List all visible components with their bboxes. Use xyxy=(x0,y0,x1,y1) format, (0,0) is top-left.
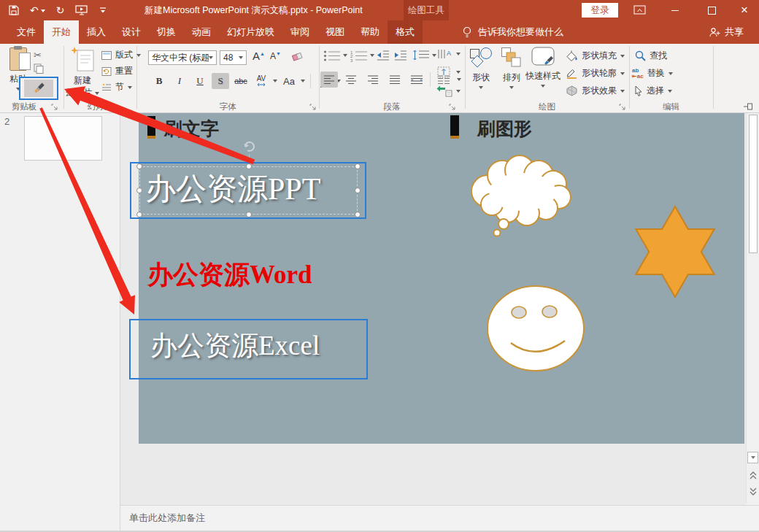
character-spacing-caret[interactable] xyxy=(273,80,277,82)
customize-qat-icon[interactable] xyxy=(99,7,107,14)
tab-home[interactable]: 开始 xyxy=(44,20,79,44)
shapes-icon xyxy=(469,47,493,70)
save-icon[interactable] xyxy=(9,5,19,15)
bullets-caret[interactable] xyxy=(343,54,347,57)
tab-animations[interactable]: 动画 xyxy=(184,20,219,44)
quick-styles-button[interactable]: 快速样式 xyxy=(524,45,562,88)
tab-insert[interactable]: 插入 xyxy=(79,20,114,44)
section-button[interactable]: 节 xyxy=(101,81,132,93)
previous-slide-button[interactable] xyxy=(750,471,757,479)
slide-shapes-layer xyxy=(139,113,744,444)
numbering-icon[interactable]: 123 xyxy=(350,50,369,62)
change-case-button[interactable]: Aa xyxy=(280,73,298,89)
tab-format[interactable]: 格式 xyxy=(388,20,423,44)
paragraph-dialog-launcher-icon[interactable] xyxy=(449,104,455,110)
text-shadow-button[interactable]: S xyxy=(212,73,229,89)
align-text-button[interactable] xyxy=(436,66,461,78)
undo-icon[interactable]: ↶ xyxy=(30,5,45,15)
increase-font-icon[interactable]: A▲ xyxy=(253,50,265,62)
cut-icon[interactable]: ✂ xyxy=(34,50,42,61)
maximize-button[interactable] xyxy=(697,0,726,20)
character-spacing-button[interactable]: AV xyxy=(253,72,270,90)
new-slide-label-1: 新建 xyxy=(74,74,91,87)
tab-design[interactable]: 设计 xyxy=(114,20,149,44)
align-left-button[interactable] xyxy=(320,72,338,88)
thought-bubble-shape[interactable] xyxy=(471,155,571,236)
login-button[interactable]: 登录 xyxy=(582,3,618,18)
strikethrough-button[interactable]: abc xyxy=(232,73,250,89)
arrange-button[interactable]: 排列 xyxy=(498,47,525,89)
tab-transitions[interactable]: 切换 xyxy=(149,20,184,44)
font-size-combo[interactable]: 48 xyxy=(220,50,247,65)
slide-thumbnail[interactable] xyxy=(24,116,102,161)
find-button[interactable]: 查找 xyxy=(635,50,667,62)
arrange-label: 排列 xyxy=(503,72,520,84)
numbering-caret[interactable] xyxy=(370,54,374,57)
scroll-down-button[interactable] xyxy=(747,452,758,463)
shape-effects-button[interactable]: 形状效果 xyxy=(566,85,625,97)
share-button[interactable]: 共享 xyxy=(709,20,744,44)
redo-icon[interactable]: ↻ xyxy=(56,5,65,15)
clipboard-dialog-launcher-icon[interactable] xyxy=(51,104,58,110)
align-center-button[interactable] xyxy=(342,72,360,88)
arrange-icon xyxy=(501,47,523,70)
convert-smartart-button[interactable] xyxy=(436,85,461,97)
close-button[interactable]: × xyxy=(730,0,759,20)
ribbon-tabs: 文件 开始 插入 设计 切换 动画 幻灯片放映 审阅 视图 帮助 格式 xyxy=(0,20,759,44)
bullets-icon[interactable] xyxy=(323,50,342,62)
svg-text:A: A xyxy=(447,50,451,57)
columns-caret[interactable] xyxy=(457,78,461,81)
new-slide-button[interactable]: 新建 幻灯片 xyxy=(66,46,99,99)
tab-slideshow[interactable]: 幻灯片放映 xyxy=(219,20,282,44)
start-slideshow-icon[interactable] xyxy=(75,5,88,15)
format-painter-brush-icon xyxy=(24,80,53,97)
slide-2[interactable]: 刷文字 刷图形 办公资源PPT 办公资源Word 办公资源Excel xyxy=(139,113,744,444)
font-name-combo[interactable]: 华文中宋 (标题 xyxy=(148,50,217,65)
six-point-star-shape[interactable] xyxy=(636,207,714,297)
shapes-button[interactable]: 形状 xyxy=(468,47,494,89)
font-size-value: 48 xyxy=(223,53,233,63)
shape-fill-button[interactable]: 形状填充 xyxy=(566,50,625,62)
line-spacing-icon[interactable] xyxy=(412,49,430,61)
drawing-dialog-launcher-icon[interactable] xyxy=(619,104,625,110)
tab-file[interactable]: 文件 xyxy=(9,20,44,44)
copy-icon[interactable] xyxy=(34,63,45,74)
change-case-caret[interactable] xyxy=(301,80,305,82)
replace-button[interactable]: ab⇤ac 替换 xyxy=(632,67,673,80)
minimize-button[interactable] xyxy=(660,0,690,20)
tab-review[interactable]: 审阅 xyxy=(282,20,317,44)
align-right-button[interactable] xyxy=(364,72,382,88)
shape-outline-button[interactable]: 形状轮廓 xyxy=(566,67,625,80)
select-cursor-icon xyxy=(633,85,643,96)
underline-button[interactable]: U xyxy=(191,73,209,89)
tell-me-box[interactable]: 告诉我你想要做什么 xyxy=(462,20,563,44)
ribbon-home: 粘贴 ✂ 剪贴板 新建 幻灯片 版式 重置 节 幻灯片 xyxy=(0,44,759,113)
scrollbar-thumb[interactable] xyxy=(749,115,758,253)
decrease-indent-icon[interactable] xyxy=(377,50,390,61)
editing-group-label: 编辑 xyxy=(629,101,713,112)
notes-pane[interactable]: 单击此处添加备注 xyxy=(120,505,759,531)
format-painter-button[interactable] xyxy=(19,77,58,100)
ribbon-display-options-icon[interactable] xyxy=(633,5,646,15)
next-slide-button[interactable] xyxy=(750,487,757,496)
select-button[interactable]: 选择 xyxy=(633,85,672,97)
clear-formatting-icon[interactable] xyxy=(290,50,305,63)
italic-button[interactable]: I xyxy=(171,73,188,89)
bold-button[interactable]: B xyxy=(150,73,168,89)
tab-view[interactable]: 视图 xyxy=(317,20,352,44)
drawing-group-label: 绘图 xyxy=(465,101,629,112)
font-dialog-launcher-icon[interactable] xyxy=(309,104,316,110)
reset-button[interactable]: 重置 xyxy=(101,65,133,77)
layout-button[interactable]: 版式 xyxy=(101,49,141,61)
font-name-value: 华文中宋 (标题 xyxy=(152,52,209,64)
decrease-font-icon[interactable]: A▼ xyxy=(270,51,281,61)
powerpoint-window: ↶ ↻ 新建Microsoft PowerPoint 演示文稿.pptx - P… xyxy=(0,0,759,532)
tab-help[interactable]: 帮助 xyxy=(352,20,388,44)
pin-ribbon-icon[interactable] xyxy=(743,102,754,111)
smiley-face-shape[interactable] xyxy=(488,286,584,371)
increase-indent-icon[interactable] xyxy=(394,50,407,61)
distribute-text-button[interactable] xyxy=(408,72,425,88)
font-group-label: 字体 xyxy=(136,101,319,112)
text-direction-button[interactable]: A xyxy=(436,48,461,60)
justify-button[interactable] xyxy=(386,72,404,88)
